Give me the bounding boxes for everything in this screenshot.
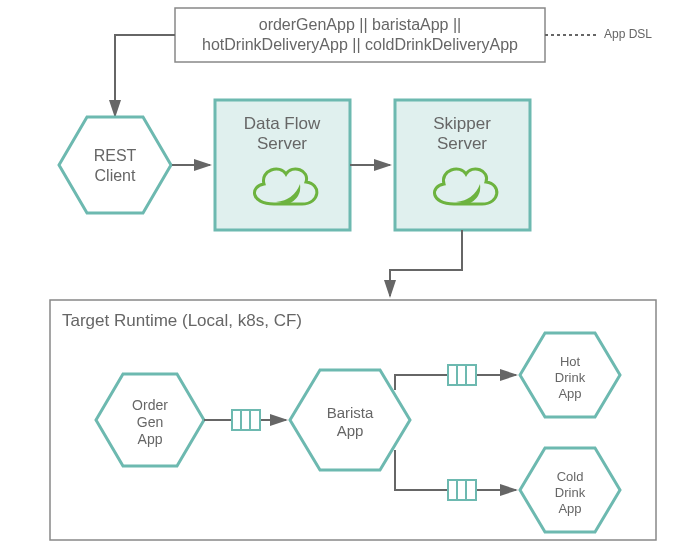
svg-text:App: App: [337, 422, 364, 439]
svg-text:Server: Server: [257, 134, 307, 153]
svg-text:REST: REST: [94, 147, 137, 164]
svg-text:Drink: Drink: [555, 485, 586, 500]
queue-icon: [448, 365, 476, 385]
svg-text:Data Flow: Data Flow: [244, 114, 321, 133]
rest-client-hex: REST Client: [59, 117, 171, 213]
svg-text:App: App: [558, 501, 581, 516]
runtime-title: Target Runtime (Local, k8s, CF): [62, 311, 302, 330]
svg-text:Order: Order: [132, 397, 168, 413]
skipper-server: Skipper Server: [395, 100, 530, 230]
svg-text:Cold: Cold: [557, 469, 584, 484]
svg-text:Drink: Drink: [555, 370, 586, 385]
svg-text:App: App: [138, 431, 163, 447]
svg-text:Gen: Gen: [137, 414, 163, 430]
svg-text:Server: Server: [437, 134, 487, 153]
dsl-line2: hotDrinkDeliveryApp || coldDrinkDelivery…: [202, 36, 518, 53]
app-dsl-annotation: App DSL: [604, 27, 652, 41]
queue-icon: [232, 410, 260, 430]
dsl-line1: orderGenApp || baristaApp ||: [259, 16, 462, 33]
svg-text:Client: Client: [95, 167, 136, 184]
queue-icon: [448, 480, 476, 500]
arrow-skipper-runtime: [390, 230, 462, 296]
svg-text:Hot: Hot: [560, 354, 581, 369]
svg-text:App: App: [558, 386, 581, 401]
arrow-dsl-to-rest: [115, 35, 175, 116]
dataflow-server: Data Flow Server: [215, 100, 350, 230]
dsl-box: orderGenApp || baristaApp || hotDrinkDel…: [175, 8, 545, 62]
svg-text:Barista: Barista: [327, 404, 374, 421]
svg-text:Skipper: Skipper: [433, 114, 491, 133]
svg-marker-5: [59, 117, 171, 213]
